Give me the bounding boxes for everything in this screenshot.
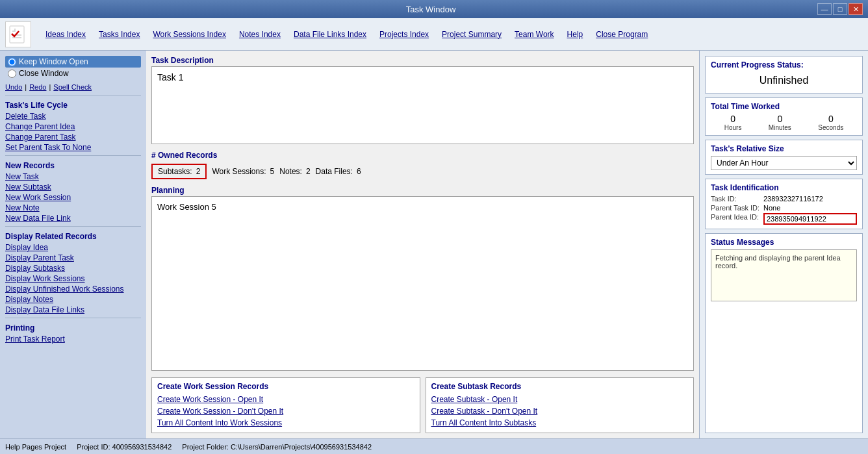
menu-item-project-summary[interactable]: Project Summary: [435, 27, 508, 42]
edit-actions: Undo | Redo | Spell Check: [5, 83, 141, 91]
create-subtask-items: Create Subtask - Open ItCreate Subtask -…: [431, 394, 689, 429]
create-ws-turn-all-content-into-work-sessions[interactable]: Turn All Content Into Work Sessions: [157, 417, 415, 429]
new-records-title: New Records: [5, 161, 141, 170]
identification-title: Task Identification: [711, 183, 857, 192]
redo-link[interactable]: Redo: [29, 83, 46, 91]
status-project-folder: Project Folder: C:\Users\Darren\Projects…: [182, 443, 372, 451]
life-cycle-title: Task's Life Cycle: [5, 101, 141, 110]
sidebar-action-set-parent-task-to-none[interactable]: Set Parent Task To None: [5, 142, 141, 153]
close-button[interactable]: ✕: [849, 3, 863, 15]
task-description-value: Task 1: [157, 72, 183, 82]
sidebar-action-display-idea[interactable]: Display Idea: [5, 242, 141, 253]
task-description-label: Task Description: [151, 56, 694, 65]
data-files-item: Data Files: 6: [316, 167, 361, 176]
create-work-session-box: Create Work Session Records Create Work …: [151, 377, 420, 433]
divider-3: [5, 226, 141, 227]
status-bar: Help Pages Project Project ID: 400956931…: [0, 438, 868, 454]
create-subtask-title: Create Subtask Records: [431, 382, 689, 391]
menu-item-data-file-links-index[interactable]: Data File Links Index: [287, 27, 373, 42]
life-cycle-items: Delete TaskChange Parent IdeaChange Pare…: [5, 111, 141, 153]
create-ws-create-work-session---open-it[interactable]: Create Work Session - Open It: [157, 394, 415, 405]
sidebar-action-new-work-session[interactable]: New Work Session: [5, 192, 141, 203]
create-st-create-subtask---dont-open-it[interactable]: Create Subtask - Don't Open It: [431, 405, 689, 417]
sidebar-action-new-data-file-link[interactable]: New Data File Link: [5, 213, 141, 223]
sidebar-action-new-task[interactable]: New Task: [5, 171, 141, 182]
menu-item-projects-index[interactable]: Projects Index: [373, 27, 435, 42]
divider-4: [5, 318, 141, 318]
sidebar-action-print-task-report[interactable]: Print Task Report: [5, 334, 141, 344]
close-window-radio[interactable]: [8, 69, 16, 78]
minutes-col: 0 Minutes: [769, 114, 791, 131]
spell-check-link[interactable]: Spell Check: [53, 83, 92, 91]
sidebar-action-delete-task[interactable]: Delete Task: [5, 111, 141, 121]
minutes-value: 0: [777, 114, 782, 124]
sidebar: Keep Window Open Close Window Undo | Red…: [0, 51, 146, 438]
minimize-button[interactable]: —: [817, 3, 832, 15]
display-related-items: Display IdeaDisplay Parent TaskDisplay S…: [5, 242, 141, 315]
menu-item-help[interactable]: Help: [561, 27, 590, 42]
subtasks-label: Subtasks:: [158, 167, 192, 176]
menu-item-team-work[interactable]: Team Work: [508, 27, 560, 42]
notes-item: Notes: 2: [279, 167, 310, 176]
parent-task-id-value: None: [763, 204, 857, 212]
close-window-option[interactable]: Close Window: [5, 68, 141, 79]
task-description-section: Task Description Task 1: [151, 56, 694, 144]
sidebar-action-new-subtask[interactable]: New Subtask: [5, 182, 141, 192]
keep-window-radio[interactable]: [8, 58, 16, 66]
work-sessions-item: Work Sessions: 5: [212, 167, 274, 176]
printing-title: Printing: [5, 323, 141, 333]
menu-item-close-program[interactable]: Close Program: [589, 27, 654, 42]
bottom-section: Create Work Session Records Create Work …: [151, 377, 694, 433]
create-subtask-box: Create Subtask Records Create Subtask - …: [426, 377, 695, 433]
planning-section: Planning Work Session 5: [151, 186, 694, 371]
seconds-col: 0 Seconds: [818, 114, 843, 131]
relative-size-row: Under An Hour: [711, 156, 857, 170]
title-bar: Task Window — □ ✕: [0, 0, 868, 18]
hours-col: 0 Hours: [724, 114, 742, 131]
undo-link[interactable]: Undo: [5, 83, 22, 91]
sidebar-action-change-parent-idea[interactable]: Change Parent Idea: [5, 121, 141, 132]
seconds-label: Seconds: [818, 124, 843, 131]
create-st-create-subtask---open-it[interactable]: Create Subtask - Open It: [431, 394, 689, 405]
task-id-value: 238932327116172: [763, 195, 857, 203]
sidebar-action-display-work-sessions[interactable]: Display Work Sessions: [5, 273, 141, 284]
owned-records-row: Subtasks: 2 Work Sessions: 5 Notes: 2 Da…: [151, 161, 694, 182]
sidebar-action-change-parent-task[interactable]: Change Parent Task: [5, 132, 141, 142]
sidebar-action-display-subtasks[interactable]: Display Subtasks: [5, 263, 141, 273]
new-records-items: New TaskNew SubtaskNew Work SessionNew N…: [5, 171, 141, 223]
keep-window-open-option[interactable]: Keep Window Open: [5, 56, 141, 68]
task-id-label: Task ID:: [711, 195, 760, 203]
display-related-title: Display Related Records: [5, 232, 141, 241]
hours-label: Hours: [724, 124, 742, 131]
printing-items: Print Task Report: [5, 334, 141, 344]
notes-value: 2: [306, 167, 311, 176]
menu-item-ideas-index[interactable]: Ideas Index: [39, 27, 92, 42]
menu-bar: Ideas IndexTasks IndexWork Sessions Inde…: [0, 18, 868, 51]
relative-size-title: Task's Relative Size: [711, 144, 857, 153]
sidebar-action-new-note[interactable]: New Note: [5, 203, 141, 213]
maximize-button[interactable]: □: [833, 3, 847, 15]
identification-grid: Task ID: 238932327116172 Parent Task ID:…: [711, 195, 857, 225]
planning-box[interactable]: Work Session 5: [151, 196, 694, 371]
planning-label: Planning: [151, 186, 694, 195]
task-description-box[interactable]: Task 1: [151, 66, 694, 144]
sidebar-action-display-notes[interactable]: Display Notes: [5, 294, 141, 305]
window-controls: — □ ✕: [817, 3, 863, 15]
sidebar-action-display-unfinished-work-sessions[interactable]: Display Unfinished Work Sessions: [5, 284, 141, 294]
parent-idea-id-label: Parent Idea ID:: [711, 213, 760, 225]
planning-value: Work Session 5: [157, 202, 216, 212]
divider-2: [5, 155, 141, 156]
create-st-turn-all-content-into-subtasks[interactable]: Turn All Content Into Subtasks: [431, 417, 689, 429]
menu-item-tasks-index[interactable]: Tasks Index: [92, 27, 146, 42]
menu-item-work-sessions-index[interactable]: Work Sessions Index: [146, 27, 233, 42]
sidebar-action-display-parent-task[interactable]: Display Parent Task: [5, 253, 141, 263]
status-messages-section: Status Messages Fetching and displaying …: [705, 233, 863, 433]
relative-size-select[interactable]: Under An Hour: [711, 156, 857, 170]
progress-section: Current Progress Status: Unfinished: [705, 56, 863, 94]
menu-item-notes-index[interactable]: Notes Index: [233, 27, 287, 42]
notes-label: Notes:: [279, 167, 302, 176]
identification-section: Task Identification Task ID: 23893232711…: [705, 179, 863, 229]
create-ws-create-work-session---dont-open-it[interactable]: Create Work Session - Don't Open It: [157, 405, 415, 417]
sidebar-action-display-data-file-links[interactable]: Display Data File Links: [5, 305, 141, 315]
divider-1: [5, 95, 141, 95]
